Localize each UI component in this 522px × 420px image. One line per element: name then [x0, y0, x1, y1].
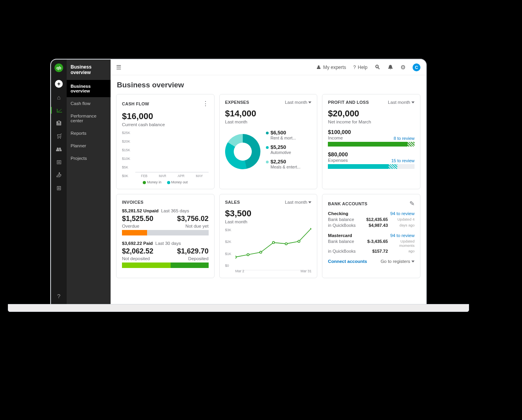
cashflow-title: CASH FLOW: [122, 101, 149, 106]
bank-title: BANK ACCOUNTS: [328, 201, 367, 206]
expenses-review-link[interactable]: 15 to review: [391, 158, 415, 163]
submenu-item-planner[interactable]: Planner: [67, 139, 111, 152]
bank-account[interactable]: Checking94 to review Bank balance$12,435…: [328, 211, 415, 228]
submenu-item-cash-flow[interactable]: Cash flow: [67, 97, 111, 110]
expenses-title: EXPENSES: [225, 100, 249, 105]
more-icon[interactable]: ⋮: [202, 100, 209, 107]
inbox-icon[interactable]: 📥︎: [56, 172, 62, 178]
person-icon: 👤︎: [316, 65, 321, 70]
expense-item: $2,250Meals & entert...: [266, 159, 300, 169]
sales-chart: $3K $2K $1K $0 Mar 2Mar 31: [225, 228, 312, 273]
expenses-filter[interactable]: Last month: [285, 100, 311, 105]
sales-filter[interactable]: Last month: [285, 200, 311, 205]
people-icon[interactable]: 👥︎: [56, 146, 62, 152]
svg-point-7: [311, 228, 312, 229]
topbar: ☰ 👤︎My experts ?Help 🔍︎ 🔔︎ ⚙︎ C: [111, 60, 426, 75]
chevron-down-icon: [411, 101, 415, 103]
go-to-registers-link[interactable]: Go to registers: [380, 259, 415, 264]
pl-amount: $20,000: [328, 109, 415, 119]
bank-review-link[interactable]: 94 to review: [390, 233, 415, 238]
invoices-title: INVOICES: [122, 200, 144, 205]
submenu-item-business-overview[interactable]: Business overview: [67, 80, 111, 97]
expenses-donut: [225, 134, 260, 169]
invoices-paid-bar: [122, 262, 209, 268]
chevron-down-icon: [308, 201, 311, 203]
help-link[interactable]: ?Help: [353, 65, 367, 70]
invoices-unpaid-bar: [122, 230, 209, 235]
sales-amount: $3,500: [225, 208, 312, 219]
submenu: Business overview Business overview Cash…: [67, 60, 111, 304]
gear-icon[interactable]: ⚙︎: [400, 64, 406, 71]
cashflow-amount: $16,000: [122, 111, 209, 121]
hamburger-icon[interactable]: ☰: [116, 64, 121, 71]
submenu-title: Business overview: [67, 60, 111, 80]
svg-point-4: [272, 241, 274, 243]
expenses-amount: $14,000: [225, 109, 312, 119]
expenses-subtitle: Last month: [225, 119, 312, 124]
bank-icon[interactable]: 🏦︎: [56, 120, 62, 127]
help-rail-icon[interactable]: ?: [57, 293, 60, 299]
svg-point-6: [298, 240, 300, 242]
submenu-item-performance-center[interactable]: Performance center: [67, 110, 111, 127]
bank-account[interactable]: Mastercard94 to review Bank balance$-3,4…: [328, 233, 415, 253]
expenses-card: EXPENSES Last month $14,000 Last month $…: [219, 94, 318, 189]
bank-card: BANK ACCOUNTS ✎ Checking94 to review Ban…: [322, 194, 420, 278]
my-experts-link[interactable]: 👤︎My experts: [316, 65, 346, 70]
page-title: Business overview: [111, 75, 426, 94]
add-button[interactable]: +: [55, 80, 63, 88]
avatar[interactable]: C: [413, 63, 420, 71]
connect-accounts-link[interactable]: Connect accounts: [328, 259, 367, 264]
cashflow-chart: $25K $20K $15K $10K $5K $0K FEBMARAPRMAY: [122, 131, 209, 178]
apps-icon[interactable]: ⊞: [56, 185, 62, 192]
chevron-down-icon: [308, 101, 311, 103]
expense-item: $5,250Automotive: [266, 144, 300, 155]
qb-logo-icon[interactable]: qb: [55, 63, 63, 72]
submenu-item-projects[interactable]: Projects: [67, 152, 111, 165]
bell-icon[interactable]: 🔔︎: [387, 64, 393, 71]
home-icon[interactable]: ⌂: [57, 94, 60, 101]
svg-point-1: [235, 256, 236, 258]
cart-icon[interactable]: 🛒︎: [56, 133, 62, 139]
sales-card: SALES Last month $3,500 Last month $3K $…: [219, 194, 318, 278]
sales-title: SALES: [225, 200, 240, 205]
bank-review-link[interactable]: 94 to review: [390, 211, 415, 216]
edit-icon[interactable]: ✎: [409, 200, 415, 207]
help-icon: ?: [353, 65, 356, 70]
cashflow-card: CASH FLOW ⋮ $16,000 Current cash balance…: [116, 94, 215, 189]
submenu-item-reports[interactable]: Reports: [67, 127, 111, 139]
search-icon[interactable]: 🔍︎: [375, 64, 380, 71]
svg-point-3: [260, 251, 262, 253]
invoices-card: INVOICES $5,281.52 Unpaid Last 365 days …: [116, 194, 215, 278]
cashflow-subtitle: Current cash balance: [122, 122, 209, 127]
svg-point-2: [247, 253, 249, 255]
pl-title: PROFIT AND LOSS: [328, 100, 369, 105]
expense-item: $6,500Rent & mort...: [266, 130, 300, 140]
chevron-down-icon: [411, 261, 415, 262]
svg-point-5: [285, 243, 287, 244]
sales-subtitle: Last month: [225, 219, 312, 224]
pl-subtitle: Net income for March: [328, 119, 415, 124]
pl-filter[interactable]: Last month: [388, 100, 415, 105]
pl-card: PROFIT AND LOSS Last month $20,000 Net i…: [322, 94, 420, 189]
calendar-icon[interactable]: 📅︎: [56, 159, 62, 165]
chart-icon[interactable]: 📈︎: [51, 107, 67, 114]
nav-rail: qb + ⌂ 📈︎ 🏦︎ 🛒︎ 👥︎ 📅︎ 📥︎ ⊞ ?: [51, 60, 67, 304]
income-review-link[interactable]: 8 to review: [394, 136, 415, 141]
